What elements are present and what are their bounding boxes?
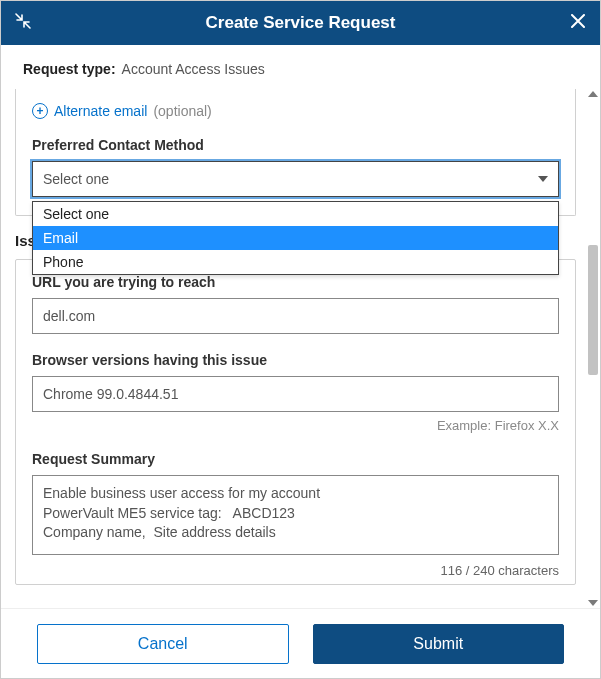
collapse-icon[interactable]: [13, 11, 33, 31]
cancel-button[interactable]: Cancel: [37, 624, 289, 664]
chevron-down-icon: [538, 176, 548, 182]
scrollbar-thumb[interactable]: [588, 245, 598, 375]
summary-label: Request Summary: [32, 451, 559, 467]
browser-input-value: Chrome 99.0.4844.51: [43, 386, 178, 402]
scroll-up-icon[interactable]: [588, 91, 598, 97]
option-select-one[interactable]: Select one: [33, 202, 558, 226]
modal-title: Create Service Request: [206, 13, 396, 33]
alternate-email-link[interactable]: Alternate email: [54, 103, 147, 119]
browser-label: Browser versions having this issue: [32, 352, 559, 368]
browser-input[interactable]: Chrome 99.0.4844.51: [32, 376, 559, 412]
issue-group: URL you are trying to reach dell.com Bro…: [15, 259, 576, 585]
summary-textarea[interactable]: Enable business user access for my accou…: [32, 475, 559, 555]
scroll-down-icon[interactable]: [588, 600, 598, 606]
titlebar: Create Service Request: [1, 1, 600, 45]
optional-label: (optional): [153, 103, 211, 119]
select-value: Select one: [43, 171, 109, 187]
contact-group: Alternate email (optional) Preferred Con…: [15, 89, 576, 216]
request-type-label: Request type:: [23, 61, 116, 77]
submit-button[interactable]: Submit: [313, 624, 565, 664]
footer: Cancel Submit: [1, 608, 600, 678]
option-phone[interactable]: Phone: [33, 250, 558, 274]
contact-method-dropdown: Select one Email Phone: [32, 201, 559, 275]
request-type-value: Account Access Issues: [122, 61, 265, 77]
contact-method-select[interactable]: Select one: [32, 161, 559, 197]
url-label: URL you are trying to reach: [32, 274, 559, 290]
request-type-row: Request type: Account Access Issues: [1, 45, 600, 89]
close-icon[interactable]: [568, 11, 588, 31]
option-email[interactable]: Email: [33, 226, 558, 250]
url-input-value: dell.com: [43, 308, 95, 324]
url-input[interactable]: dell.com: [32, 298, 559, 334]
scroll-area: Alternate email (optional) Preferred Con…: [1, 89, 600, 608]
plus-circle-icon[interactable]: [32, 103, 48, 119]
contact-method-label: Preferred Contact Method: [32, 137, 559, 153]
browser-helper: Example: Firefox X.X: [32, 418, 559, 433]
char-count: 116 / 240 characters: [32, 563, 559, 578]
